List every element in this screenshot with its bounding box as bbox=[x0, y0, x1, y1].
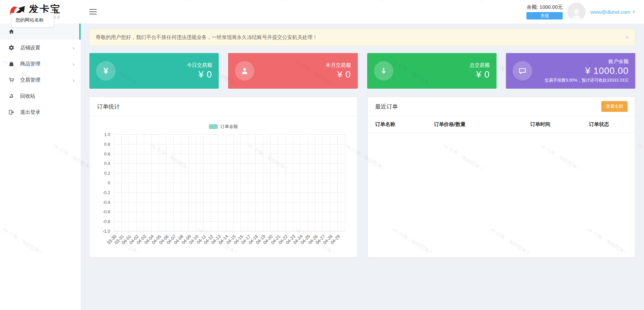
chart-gridline-h bbox=[114, 212, 345, 212]
y-axis-tick-label: -0.8 bbox=[103, 219, 110, 224]
menu-toggle-icon[interactable] bbox=[89, 9, 97, 14]
chart-gridline-v bbox=[129, 134, 129, 231]
chart-gridline-v bbox=[263, 134, 263, 231]
logout-icon bbox=[8, 109, 15, 116]
view-all-button[interactable]: 查看全部 bbox=[601, 101, 628, 112]
gear-icon bbox=[8, 44, 15, 51]
yen-icon: ¥ bbox=[96, 61, 116, 81]
sidebar-item-label: 回收站 bbox=[20, 93, 35, 99]
chart-gridline-v bbox=[136, 134, 137, 231]
sidebar-item-退出登录[interactable]: 退出登录 bbox=[0, 104, 81, 120]
stat-card-value: ¥ 1000.00 bbox=[545, 66, 629, 76]
y-axis-tick-label: 0 bbox=[108, 180, 110, 185]
avatar-person-icon bbox=[570, 7, 583, 21]
sidebar-item-商品管理[interactable]: 商品管理› bbox=[0, 56, 81, 72]
sidebar-item-label: 商品管理 bbox=[20, 61, 40, 67]
chart-gridline-v bbox=[233, 134, 233, 231]
orders-column-header: 订单名称 bbox=[368, 116, 427, 133]
chevron-right-icon: › bbox=[73, 45, 75, 51]
legend-label: 订单金额 bbox=[220, 124, 238, 130]
chart-gridline-v bbox=[337, 134, 338, 231]
chart-plot: 1.00.80.60.40.20-0.2-0.4-0.6-0.8-1.003-3… bbox=[114, 134, 345, 231]
chart-gridline-v bbox=[203, 134, 204, 231]
chart-legend: 订单金额 bbox=[96, 124, 350, 130]
y-axis-tick-label: 0.6 bbox=[104, 151, 110, 156]
panels-row: 订单统计 订单金额 1.00.80.60.40.20-0.2-0.4-0.6-0… bbox=[89, 97, 635, 257]
stat-card-账户余额: 账户余额¥ 1000.00交易手续费3.00%，预计还可收款33333.33元 bbox=[506, 53, 635, 89]
stat-card-value: ¥ 0 bbox=[470, 70, 490, 80]
recent-orders-header: 最近订单 查看全部 bbox=[368, 97, 635, 116]
sidebar-item-label: 交易管理 bbox=[20, 77, 40, 83]
order-stats-chart: 订单金额 1.00.80.60.40.20-0.2-0.4-0.6-0.8-1.… bbox=[90, 116, 357, 231]
cart-icon bbox=[8, 77, 15, 83]
chart-gridline-v bbox=[144, 134, 144, 231]
account-dropdown[interactable]: www@dkewl.com ▼ bbox=[590, 9, 635, 15]
chart-gridline-h bbox=[114, 231, 345, 231]
chart-gridline-v bbox=[218, 134, 218, 231]
orders-column-header: 订单状态 bbox=[582, 116, 635, 133]
chart-gridline-v bbox=[159, 134, 159, 231]
chart-gridline-v bbox=[226, 134, 226, 231]
chart-gridline-v bbox=[293, 134, 293, 231]
stat-card-content: 本月交易额¥ 0 bbox=[326, 62, 351, 80]
order-stats-header: 订单统计 bbox=[90, 97, 357, 116]
y-axis-tick-label: -1.0 bbox=[103, 229, 110, 234]
chart-gridline-v bbox=[308, 134, 308, 231]
recent-orders-title: 最近订单 bbox=[375, 103, 398, 110]
main-content: 尊敬的用户您好，我们平台不接任何违法违规业务，一经发现将永久冻结账号并提交公安机… bbox=[81, 24, 644, 310]
topbar-right: 余额: 1000.00元 充值 www@dkewl.com ▼ bbox=[526, 3, 635, 21]
chart-gridline-v bbox=[315, 134, 315, 231]
orders-column-header: 订单时间 bbox=[523, 116, 582, 133]
close-icon[interactable]: × bbox=[626, 35, 629, 40]
chevron-down-icon: ▼ bbox=[632, 10, 635, 13]
sidebar-item-店铺设置[interactable]: 店铺设置› bbox=[0, 40, 81, 56]
stat-card-总交易额: 总交易额¥ 0 bbox=[367, 53, 497, 89]
sidebar-item-交易管理[interactable]: 交易管理› bbox=[0, 72, 81, 88]
stat-card-label: 本月交易额 bbox=[326, 62, 351, 69]
chart-gridline-h bbox=[114, 192, 345, 193]
notice-text: 尊敬的用户您好，我们平台不接任何违法违规业务，一经发现将永久冻结账号并提交公安机… bbox=[96, 34, 317, 41]
sidebar-item-label: 店铺设置 bbox=[20, 45, 40, 51]
site-name-tooltip: 您的网站名称 bbox=[11, 13, 54, 28]
stat-card-value: ¥ 0 bbox=[187, 70, 212, 80]
recharge-button[interactable]: 充值 bbox=[526, 12, 563, 19]
y-axis-tick-label: -0.4 bbox=[103, 200, 110, 205]
chat-icon bbox=[513, 61, 532, 81]
chart-gridline-v bbox=[285, 134, 286, 231]
orders-column-header: 订单价格/数量 bbox=[427, 116, 523, 133]
arrow-down-icon bbox=[374, 61, 393, 81]
account-email: www@dkewl.com bbox=[590, 9, 630, 15]
y-axis-tick-label: -0.2 bbox=[103, 190, 110, 195]
chart-gridline-v bbox=[345, 134, 345, 231]
chart-gridline-v bbox=[151, 134, 152, 231]
home-icon bbox=[8, 28, 15, 35]
user-icon bbox=[235, 61, 254, 81]
y-axis-tick-label: 0.8 bbox=[104, 141, 110, 146]
bag-icon bbox=[8, 60, 15, 67]
chevron-right-icon: › bbox=[73, 77, 75, 83]
stat-card-label: 总交易额 bbox=[470, 62, 490, 69]
balance-label: 余额: 1000.00元 bbox=[527, 4, 563, 10]
topbar: 余额: 1000.00元 充值 www@dkewl.com ▼ bbox=[81, 0, 644, 24]
stat-card-label: 账户余额 bbox=[545, 58, 629, 65]
chart-gridline-v bbox=[211, 134, 211, 231]
chart-gridline-v bbox=[173, 134, 174, 231]
chart-gridline-v bbox=[255, 134, 256, 231]
orders-table-header-row: 订单名称订单价格/数量订单时间订单状态 bbox=[368, 116, 635, 133]
chart-gridline-h bbox=[114, 221, 345, 222]
notice-banner: 尊敬的用户您好，我们平台不接任何违法违规业务，一经发现将永久冻结账号并提交公安机… bbox=[89, 29, 635, 46]
stat-card-value: ¥ 0 bbox=[326, 70, 351, 80]
order-stats-title: 订单统计 bbox=[97, 103, 120, 110]
chart-gridline-v bbox=[278, 134, 278, 231]
chart-gridline-v bbox=[323, 134, 323, 231]
chart-gridline-v bbox=[248, 134, 248, 231]
avatar[interactable] bbox=[567, 3, 586, 21]
chart-gridline-v bbox=[121, 134, 122, 231]
y-axis-tick-label: -0.6 bbox=[103, 209, 110, 214]
sidebar-item-回收站[interactable]: 回收站 bbox=[0, 88, 81, 104]
chart-gridline-v bbox=[181, 134, 181, 231]
chart-gridline-v bbox=[196, 134, 196, 231]
chart-gridline-h bbox=[114, 202, 345, 203]
chart-gridline-h bbox=[114, 144, 345, 144]
chart-gridline-h bbox=[114, 134, 345, 135]
